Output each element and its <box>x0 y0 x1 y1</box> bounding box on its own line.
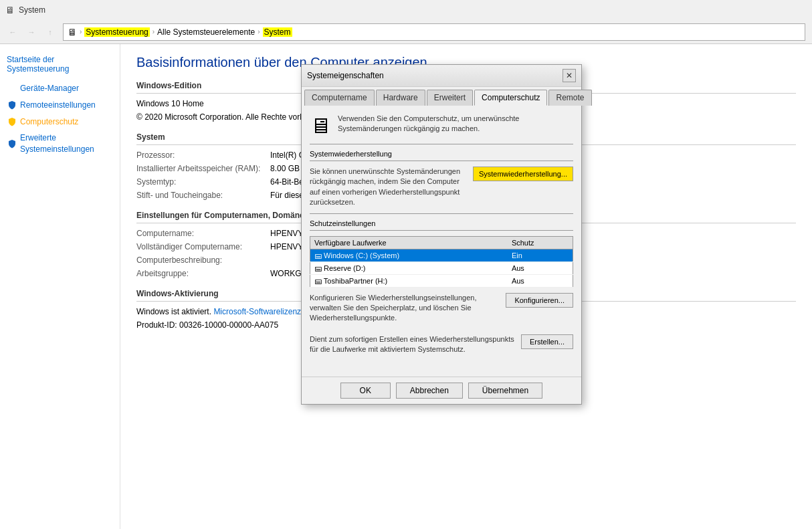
drive-d-icon: 🖴 <box>314 264 324 272</box>
titlebar: 🖥 System <box>0 0 812 20</box>
systemwiederherstellung-button[interactable]: Systemwiederherstellung... <box>473 167 573 181</box>
titlebar-icon: 🖥 <box>5 5 15 15</box>
config-row: Konfigurieren Sie Wiederherstellungseins… <box>310 293 573 329</box>
address-bar: 🖥 › Systemsteuerung › Alle Systemsteuere… <box>63 23 805 41</box>
erstellen-row: Dient zum sofortigen Erstellen eines Wie… <box>310 334 573 360</box>
value-compname: HPENVY <box>270 229 303 238</box>
label-fullname: Vollständiger Computername: <box>136 242 270 251</box>
sidebar-home[interactable]: Startseite der Systemsteuerung <box>0 52 120 80</box>
pc-icon: 🖥 <box>68 27 77 37</box>
drive-row-c[interactable]: 🖴 Windows (C:) (System) Ein <box>310 249 573 261</box>
erstellen-button[interactable]: Erstellen... <box>521 334 573 349</box>
value-fullname: HPENVY <box>270 242 303 251</box>
drive-row-h[interactable]: 🖴 ToshibaPartner (H:) Aus <box>310 274 573 287</box>
sidebar-item-computerschutz[interactable]: Computerschutz <box>0 114 120 130</box>
systemeigenschaften-dialog: Systemeigenschaften ✕ Computername Hardw… <box>301 64 582 405</box>
shield-yellow-icon <box>7 116 17 127</box>
section-systemwiederherstellung: Systemwiederherstellung <box>310 150 573 161</box>
protection-table: Verfügbare Laufwerke Schutz 🖴 Windows (C… <box>310 236 573 288</box>
tab-remote[interactable]: Remote <box>548 90 591 106</box>
dialog-header-row: 🖥 Verwenden Sie den Computerschutz, um u… <box>310 114 573 138</box>
win-version: Windows 10 Home <box>136 99 204 108</box>
dialog-titlebar: Systemeigenschaften ✕ <box>302 65 581 87</box>
titlebar-title: System <box>19 5 45 15</box>
back-button[interactable]: ← <box>4 23 21 41</box>
navbar: ← → ↑ 🖥 › Systemsteuerung › Alle Systems… <box>0 20 812 44</box>
uebernehmen-button[interactable]: Übernehmen <box>468 383 542 399</box>
drive-row-d[interactable]: 🖴 Reserve (D:) Aus <box>310 261 573 274</box>
config-desc: Konfigurieren Sie Wiederherstellungseins… <box>310 293 500 324</box>
label-systemtyp: Systemtyp: <box>136 177 270 187</box>
forward-button[interactable]: → <box>23 23 40 41</box>
sidebar: Startseite der Systemsteuerung Geräte-Ma… <box>0 44 120 529</box>
dialog-pc-icon: 🖥 <box>310 114 331 138</box>
restore-text: Sie können unerwünschte Systemänderungen… <box>310 167 468 208</box>
breadcrumb-systemsteuerung[interactable]: Systemsteuerung <box>84 27 149 37</box>
label-desc: Computerbeschreibung: <box>136 255 270 265</box>
restore-row: Sie können unerwünschte Systemänderungen… <box>310 167 573 208</box>
konfigurieren-button[interactable]: Konfigurieren... <box>506 293 573 308</box>
drive-d-status: Aus <box>508 261 573 274</box>
breadcrumb-alle[interactable]: Alle Systemsteuerelemente <box>157 27 255 37</box>
label-prozessor: Prozessor: <box>136 150 270 160</box>
dialog-header-text: Verwenden Sie den Computerschutz, um une… <box>338 114 573 134</box>
shield-blue-icon <box>7 100 17 110</box>
breadcrumb-system[interactable]: System <box>263 27 292 37</box>
drive-c-status: Ein <box>508 249 573 261</box>
up-button[interactable]: ↑ <box>41 23 59 41</box>
tab-hardware[interactable]: Hardware <box>376 90 425 106</box>
tab-computername[interactable]: Computername <box>304 90 375 106</box>
label-ram: Installierter Arbeitsspeicher (RAM): <box>136 164 270 173</box>
sidebar-item-erweitert[interactable]: Erweiterte Systemeinstellungen <box>0 130 120 158</box>
drive-h-status: Aus <box>508 274 573 287</box>
dialog-title: Systemeigenschaften <box>307 71 384 80</box>
dialog-tabs: Computername Hardware Erweitert Computer… <box>302 87 581 106</box>
shield-blue2-icon <box>7 138 17 149</box>
label-compname: Computername: <box>136 229 270 238</box>
value-ram: 8.00 GB <box>270 164 300 173</box>
col-schutz: Schutz <box>508 236 573 249</box>
section-schutzeinstellungen: Schutzeinstellungen <box>310 219 573 231</box>
abbrechen-button[interactable]: Abbrechen <box>396 383 463 399</box>
no-shield-icon <box>7 83 17 94</box>
label-stift: Stift- und Toucheingabe: <box>136 191 270 200</box>
label-workgroup: Arbeitsgruppe: <box>136 269 270 278</box>
dialog-footer: OK Abbrechen Übernehmen <box>302 377 581 404</box>
dialog-close-button[interactable]: ✕ <box>563 69 576 82</box>
drive-h-icon: 🖴 <box>314 277 324 285</box>
col-laufwerke: Verfügbare Laufwerke <box>310 236 508 249</box>
main-container: Startseite der Systemsteuerung Geräte-Ma… <box>0 44 812 529</box>
tab-erweitert[interactable]: Erweitert <box>427 90 473 106</box>
sidebar-item-remote[interactable]: Remoteeinstellungen <box>0 97 120 114</box>
ok-button[interactable]: OK <box>340 383 391 399</box>
value-produktid: Produkt-ID: 00326-10000-00000-AA075 <box>136 320 278 330</box>
drive-c-icon: 🖴 <box>314 251 324 259</box>
tab-computerschutz[interactable]: Computerschutz <box>474 90 547 106</box>
dialog-content: 🖥 Verwenden Sie den Computerschutz, um u… <box>302 106 581 374</box>
erstellen-desc: Dient zum sofortigen Erstellen eines Wie… <box>310 334 516 355</box>
content-area: Basisinformationen über den Computer anz… <box>120 44 812 529</box>
sidebar-item-geraete[interactable]: Geräte-Manager <box>0 80 120 97</box>
